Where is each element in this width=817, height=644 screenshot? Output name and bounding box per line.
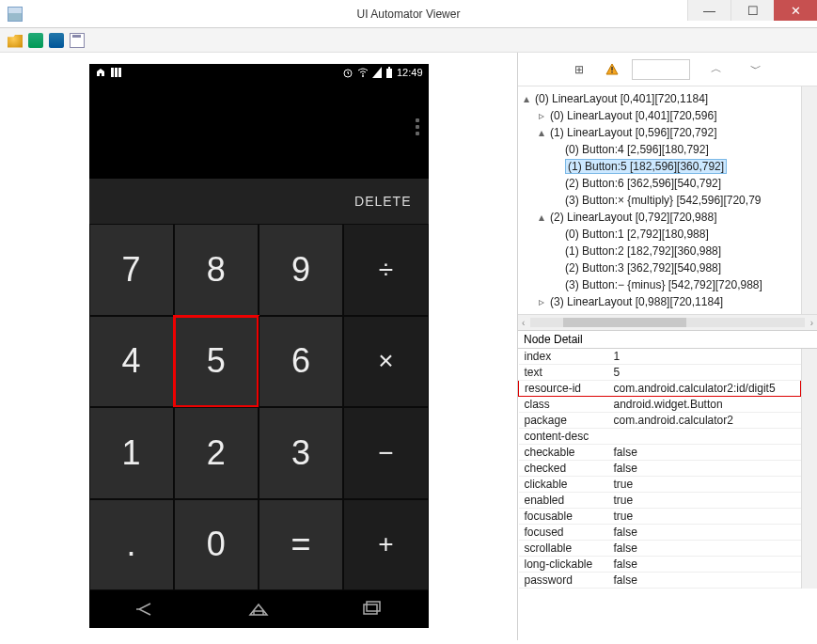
key-8: 8	[174, 224, 259, 316]
window-maximize-button[interactable]: ☐	[731, 0, 774, 21]
tree-node[interactable]: (2) Button:3 [362,792][540,988]	[524, 259, 799, 276]
key-−: −	[343, 407, 428, 499]
svg-rect-2	[118, 68, 121, 77]
detail-header: Node Detail	[518, 330, 817, 349]
home-icon	[95, 67, 106, 78]
detail-row[interactable]: packagecom.android.calculator2	[519, 413, 801, 429]
expand-all-button[interactable]: ⊞	[566, 59, 592, 80]
window-titlebar: UI Automator Viewer — ☐ ✕	[0, 0, 817, 28]
detail-row[interactable]: content-desc	[519, 429, 801, 445]
signal-icon	[372, 67, 382, 78]
svg-point-4	[362, 75, 364, 77]
open-icon[interactable]	[8, 33, 23, 48]
key-7: 7	[89, 224, 174, 316]
search-prev-button[interactable]: ︿	[703, 59, 730, 80]
tree-node[interactable]: (3) Button:− {minus} [542,792][720,988]	[524, 276, 799, 293]
node-detail-table[interactable]: index1text5resource-idcom.android.calcul…	[518, 349, 801, 589]
detail-row[interactable]: index1	[519, 349, 801, 365]
tree-node[interactable]: ▹(3) LinearLayout [0,988][720,1184]	[524, 293, 799, 310]
svg-rect-7	[364, 605, 377, 614]
save-icon[interactable]	[70, 33, 85, 48]
search-input[interactable]	[632, 59, 690, 80]
detail-row[interactable]: focusabletrue	[519, 509, 801, 525]
svg-rect-9	[611, 67, 612, 71]
tree-node[interactable]: (2) Button:6 [362,596][540,792]	[524, 175, 799, 192]
home-nav-icon	[246, 601, 271, 618]
window-close-button[interactable]: ✕	[774, 0, 817, 21]
recent-icon	[359, 601, 384, 618]
device-screenshot-icon[interactable]	[28, 33, 43, 48]
device-screenshot[interactable]: 12:49 DELETE 789÷456×123−.0=+	[89, 64, 429, 628]
app-icon	[8, 7, 23, 22]
svg-rect-6	[388, 67, 390, 69]
warning-icon	[605, 63, 619, 76]
key-9: 9	[259, 224, 343, 316]
window-title: UI Automator Viewer	[357, 8, 461, 21]
svg-rect-0	[111, 68, 114, 77]
key-6: 6	[259, 316, 343, 408]
tree-node[interactable]: (0) Button:1 [2,792][180,988]	[524, 226, 799, 243]
detail-row[interactable]: checkedfalse	[519, 461, 801, 477]
search-next-button[interactable]: ﹀	[743, 59, 769, 80]
key-+: +	[343, 499, 428, 591]
detail-row[interactable]: long-clickablefalse	[519, 557, 801, 573]
detail-row[interactable]: checkablefalse	[519, 445, 801, 461]
svg-rect-1	[115, 68, 118, 77]
tree-vertical-scrollbar[interactable]	[801, 86, 817, 314]
delete-button: DELETE	[354, 194, 411, 209]
detail-row[interactable]: scrollablefalse	[519, 541, 801, 557]
tree-node[interactable]: ▴(0) LinearLayout [0,401][720,1184]	[524, 90, 799, 107]
device-screenshot-compressed-icon[interactable]	[49, 33, 64, 48]
inspector-pane: ⊞ ︿ ﹀ ▴(0) LinearLayout [0,401][720,1184…	[517, 53, 817, 640]
calculator-keypad: 789÷456×123−.0=+	[89, 224, 429, 590]
alarm-icon	[342, 67, 354, 78]
battery-icon	[385, 67, 393, 78]
key-3: 3	[259, 407, 343, 499]
svg-rect-8	[367, 602, 380, 611]
wifi-icon	[357, 67, 369, 78]
screenshot-pane: 12:49 DELETE 789÷456×123−.0=+	[0, 53, 517, 640]
tree-node[interactable]: (0) Button:4 [2,596][180,792]	[524, 141, 799, 158]
key-1: 1	[89, 407, 174, 499]
tree-node[interactable]: ▴(1) LinearLayout [0,596][720,792]	[524, 124, 799, 141]
key-0: 0	[174, 499, 259, 591]
tree-node[interactable]: ▹(0) LinearLayout [0,401][720,596]	[524, 107, 799, 124]
apps-icon	[110, 67, 121, 78]
key-.: .	[89, 499, 174, 591]
detail-row[interactable]: resource-idcom.android.calculator2:id/di…	[519, 381, 801, 397]
svg-rect-10	[611, 71, 612, 72]
key-×: ×	[343, 316, 428, 408]
key-2: 2	[174, 407, 259, 499]
toolbar	[0, 28, 817, 53]
tree-node[interactable]: (1) Button:5 [182,596][360,792]	[524, 158, 799, 175]
tree-node[interactable]: (3) Button:× {multiply} [542,596][720,79	[524, 192, 799, 209]
tree-horizontal-scrollbar[interactable]: ‹›	[518, 314, 817, 330]
back-icon	[134, 601, 158, 618]
hierarchy-tree[interactable]: ▴(0) LinearLayout [0,401][720,1184]▹(0) …	[518, 86, 801, 314]
phone-clock: 12:49	[397, 67, 423, 78]
phone-nav-bar	[89, 590, 429, 628]
key-4: 4	[89, 316, 174, 408]
tree-node[interactable]: ▴(2) LinearLayout [0,792][720,988]	[524, 209, 799, 226]
tree-toolbar: ⊞ ︿ ﹀	[518, 53, 817, 86]
key-5: 5	[174, 316, 259, 408]
detail-row[interactable]: text5	[519, 365, 801, 381]
calculator-display	[89, 81, 429, 179]
detail-row[interactable]: enabledtrue	[519, 493, 801, 509]
detail-row[interactable]: focusedfalse	[519, 525, 801, 541]
svg-rect-5	[386, 69, 392, 78]
detail-row[interactable]: classandroid.widget.Button	[519, 397, 801, 413]
key-÷: ÷	[343, 224, 428, 316]
detail-vertical-scrollbar[interactable]	[801, 349, 817, 589]
detail-row[interactable]: clickabletrue	[519, 477, 801, 493]
tree-node[interactable]: (1) Button:2 [182,792][360,988]	[524, 243, 799, 259]
key-=: =	[259, 499, 343, 591]
detail-row[interactable]: passwordfalse	[519, 573, 801, 589]
phone-status-bar: 12:49	[89, 64, 429, 81]
overflow-menu-icon	[416, 118, 419, 135]
window-minimize-button[interactable]: —	[687, 0, 731, 21]
calculator-toolbar: DELETE	[89, 179, 429, 224]
